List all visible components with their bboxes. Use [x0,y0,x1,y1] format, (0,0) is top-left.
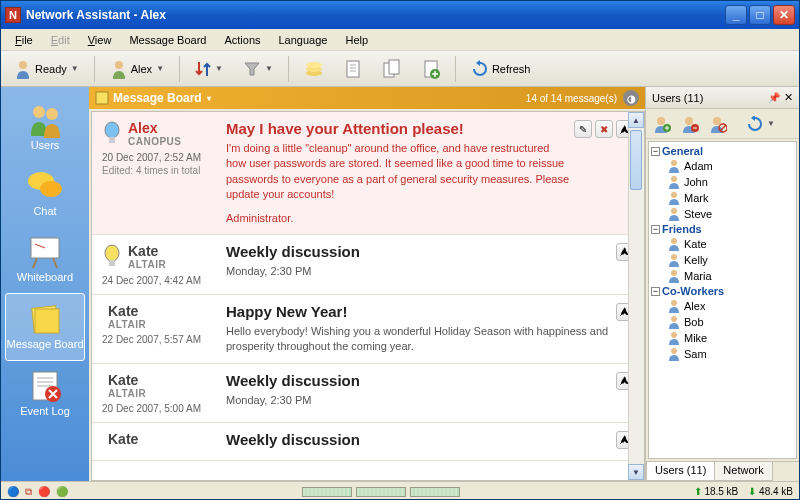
user-name: Alex [684,300,705,312]
users-panel: Users (11) 📌 ✕ ▼ −GeneralAdamJohnMarkSte… [645,87,799,481]
chevron-down-icon: ▼ [71,64,79,73]
message-meta: Alex CANOPUS 20 Dec 2007, 2:52 AM Edited… [102,120,222,226]
tree-item[interactable]: Mark [651,190,794,206]
menu-actions[interactable]: Actions [216,32,268,48]
block-user-button[interactable] [706,112,730,136]
tab-network[interactable]: Network [714,462,772,481]
refresh-button[interactable]: Refresh [464,56,538,82]
message-content: Weekly discussion Monday, 2:30 PM [226,372,612,414]
nav-label: Users [31,139,60,151]
user-name: Mike [684,332,707,344]
status-bar: 🔵 ⧉ 🔴 🟢 ⬆ 18.5 kB ⬇ 48.4 kB [1,481,799,500]
group-name: Co-Workers [662,285,724,297]
add-user-button[interactable] [650,112,674,136]
user-icon [667,331,681,345]
nav-event-log[interactable]: Event Log [1,361,89,427]
tree-item[interactable]: Steve [651,206,794,222]
minimize-button[interactable]: _ [725,5,747,25]
pin-icon[interactable]: 📌 [768,92,780,103]
tree-item[interactable]: Kelly [651,252,794,268]
message-body: Monday, 2:30 PM [226,393,612,408]
chevron-down-icon: ▼ [215,64,223,73]
message-row[interactable]: Kate Weekly discussion ⮝ [92,423,644,461]
menu-file[interactable]: File [7,32,41,48]
tree-item[interactable]: Maria [651,268,794,284]
scroll-up-icon[interactable]: ▲ [628,112,644,128]
nav-whiteboard[interactable]: Whiteboard [1,227,89,293]
svg-point-31 [105,245,119,261]
sort-button[interactable]: ▼ [188,56,230,82]
tree-group-header[interactable]: −Friends [651,222,794,236]
user-dropdown[interactable]: Alex ▼ [103,55,171,83]
svg-rect-5 [347,61,359,77]
menu-language[interactable]: Language [271,32,336,48]
group-name: Friends [662,223,702,235]
delete-icon[interactable]: ✖ [595,120,613,138]
nav-chat[interactable]: Chat [1,161,89,227]
collapse-box-icon[interactable]: − [651,147,660,156]
svg-point-37 [713,117,721,125]
user-name: Bob [684,316,704,328]
mark-read-button[interactable] [297,56,331,82]
message-author: Kate [108,372,146,388]
tree-group: −Co-WorkersAlexBobMikeSam [651,284,794,362]
message-actions: ✎✖⮝ [574,120,634,226]
menu-edit[interactable]: Edit [43,32,78,48]
tree-group-header[interactable]: −General [651,144,794,158]
document-icon [344,59,362,79]
user-status-icon [14,59,32,79]
message-board-header: Message Board ▾ 14 of 14 message(s) ◑ [89,87,645,109]
menu-message-board[interactable]: Message Board [121,32,214,48]
menu-view[interactable]: View [80,32,120,48]
message-row[interactable]: Kate ALTAIR 20 Dec 2007, 5:00 AM Weekly … [92,364,644,423]
message-host: ALTAIR [108,388,146,399]
user-name: Kelly [684,254,708,266]
message-row[interactable]: Kate ALTAIR 22 Dec 2007, 5:57 AM Happy N… [92,295,644,364]
tree-item[interactable]: Sam [651,346,794,362]
message-row[interactable]: Kate ALTAIR 24 Dec 2007, 4:42 AM Weekly … [92,235,644,295]
message-row[interactable]: Alex CANOPUS 20 Dec 2007, 2:52 AM Edited… [92,112,644,235]
status-center [76,487,686,497]
scroll-down-icon[interactable]: ▼ [628,464,644,480]
nav-message-board[interactable]: Message Board [5,293,85,361]
filter-icon [243,61,261,77]
message-meta: Kate ALTAIR 22 Dec 2007, 5:57 AM [102,303,222,355]
tab-users[interactable]: Users (11) [646,462,715,481]
user-minus-icon [681,115,699,133]
tree-item[interactable]: Adam [651,158,794,174]
add-message-button[interactable] [415,55,447,83]
edit-icon[interactable]: ✎ [574,120,592,138]
remove-user-button[interactable] [678,112,702,136]
tree-item[interactable]: Kate [651,236,794,252]
scrollbar-thumb[interactable] [630,130,642,190]
user-icon [667,191,681,205]
copy-message-button[interactable] [375,55,409,83]
filter-button[interactable]: ▼ [236,57,280,81]
collapse-box-icon[interactable]: − [651,287,660,296]
collapse-box-icon[interactable]: − [651,225,660,234]
tree-item[interactable]: Alex [651,298,794,314]
collapse-icon[interactable]: ◑ [623,90,639,106]
refresh-users-button[interactable]: ▼ [744,113,778,135]
activity-meter [410,487,460,497]
message-title: Weekly discussion [226,243,612,260]
new-message-button[interactable] [337,55,369,83]
tree-group-header[interactable]: −Co-Workers [651,284,794,298]
bulb-icon [102,243,122,271]
close-panel-icon[interactable]: ✕ [784,91,793,104]
tree-item[interactable]: Mike [651,330,794,346]
svg-point-43 [671,208,677,214]
tree-item[interactable]: John [651,174,794,190]
maximize-button[interactable]: □ [749,5,771,25]
scrollbar[interactable]: ▲ ▼ [628,112,644,480]
svg-rect-22 [35,309,59,333]
tree-item[interactable]: Bob [651,314,794,330]
menu-help[interactable]: Help [337,32,376,48]
download-icon: ⬇ [748,486,756,497]
close-button[interactable]: ✕ [773,5,795,25]
message-title: Happy New Year! [226,303,612,320]
tree-group: −GeneralAdamJohnMarkSteve [651,144,794,222]
user-name: Sam [684,348,707,360]
status-dropdown[interactable]: Ready ▼ [7,55,86,83]
nav-users[interactable]: Users [1,95,89,161]
